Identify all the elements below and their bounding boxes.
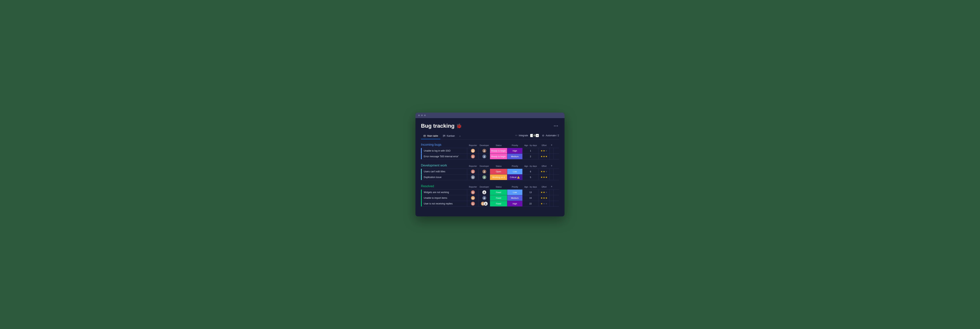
age-cell[interactable]: 5: [523, 174, 539, 180]
tab-kanban[interactable]: Kanban: [441, 133, 457, 139]
more-options-button[interactable]: [553, 124, 559, 128]
column-header[interactable]: Effort: [539, 186, 550, 189]
table-row[interactable]: Widgets are not workingFixedLow13★★★: [421, 189, 559, 195]
status-cell[interactable]: Fixed: [490, 195, 507, 201]
avatar[interactable]: [471, 190, 475, 195]
effort-stars[interactable]: ★★★: [541, 170, 547, 173]
item-name-cell[interactable]: Duplication issue: [421, 174, 467, 180]
table-row[interactable]: Duplication issueWorking on itCritical ⚠…: [421, 174, 559, 180]
avatar[interactable]: [482, 196, 487, 200]
priority-cell[interactable]: Medium: [507, 195, 523, 201]
developer-cell[interactable]: [479, 154, 490, 159]
avatar[interactable]: [482, 149, 487, 153]
table-row[interactable]: User is not receiving repliesFixedHigh22…: [421, 201, 559, 207]
column-header[interactable]: Priority: [507, 165, 523, 168]
avatar[interactable]: [484, 201, 488, 206]
column-header[interactable]: Status: [490, 144, 507, 147]
age-cell[interactable]: 22: [523, 201, 539, 206]
column-header[interactable]: Priority: [507, 144, 523, 147]
column-header[interactable]: Reporter: [467, 144, 479, 147]
age-cell[interactable]: 1: [523, 148, 539, 153]
group-title[interactable]: Development work: [421, 164, 467, 168]
avatar[interactable]: [482, 154, 487, 159]
priority-cell[interactable]: Low: [507, 169, 523, 174]
priority-cell[interactable]: High: [507, 148, 523, 153]
status-cell[interactable]: Ready to begin: [490, 154, 507, 159]
status-cell[interactable]: Ready to begin: [490, 148, 507, 153]
effort-stars[interactable]: ★★★: [541, 191, 547, 194]
add-column-button[interactable]: +: [550, 185, 554, 189]
tab-main-table[interactable]: Main table: [421, 133, 441, 139]
developer-cell[interactable]: [479, 201, 490, 206]
avatar[interactable]: [471, 196, 475, 200]
age-cell[interactable]: 13: [523, 190, 539, 195]
column-header[interactable]: Reporter: [467, 186, 479, 189]
table-row[interactable]: Error message '500 internal error'Ready …: [421, 153, 559, 160]
status-cell[interactable]: Working on it: [490, 174, 507, 180]
column-header[interactable]: Developer: [479, 186, 490, 189]
reporter-cell[interactable]: [467, 201, 479, 206]
add-column-button[interactable]: +: [550, 164, 554, 168]
effort-stars[interactable]: ★★★: [541, 149, 547, 152]
reporter-cell[interactable]: [467, 195, 479, 201]
age-cell[interactable]: 2: [523, 154, 539, 159]
developer-cell[interactable]: [479, 174, 490, 180]
effort-stars[interactable]: ★★★: [541, 176, 547, 179]
column-header[interactable]: Developer: [479, 165, 490, 168]
reporter-cell[interactable]: [467, 190, 479, 195]
age-cell[interactable]: 6: [523, 169, 539, 174]
item-name-cell[interactable]: Unable to log in with SSO: [421, 148, 467, 153]
avatar[interactable]: [471, 201, 475, 206]
traffic-light-maximize[interactable]: [424, 115, 426, 116]
avatar[interactable]: [471, 169, 475, 174]
table-row[interactable]: Unable to log in with SSOReady to beginH…: [421, 148, 559, 154]
add-column-button[interactable]: +: [550, 143, 554, 147]
table-row[interactable]: Users can't edit titlesOpenLow6★★★: [421, 169, 559, 174]
effort-cell[interactable]: ★★★: [539, 201, 550, 206]
integration-badges[interactable]: +2: [531, 134, 539, 137]
board-title[interactable]: Bug tracking 🐞: [421, 123, 462, 129]
column-header[interactable]: Priority: [507, 186, 523, 189]
effort-cell[interactable]: ★★★: [539, 190, 550, 195]
status-cell[interactable]: Open: [490, 169, 507, 174]
effort-stars[interactable]: ★★★: [541, 197, 547, 199]
traffic-light-minimize[interactable]: [421, 115, 423, 116]
item-name-cell[interactable]: Unable to import items: [421, 195, 467, 201]
reporter-cell[interactable]: [467, 169, 479, 174]
column-header[interactable]: Effort: [539, 144, 550, 147]
group-title[interactable]: Resolved: [421, 185, 467, 189]
effort-stars[interactable]: ★★★: [541, 155, 547, 158]
column-header[interactable]: Developer: [479, 144, 490, 147]
developer-cell[interactable]: [479, 195, 490, 201]
effort-cell[interactable]: ★★★: [539, 154, 550, 159]
add-view-button[interactable]: +: [457, 133, 463, 139]
item-name-cell[interactable]: Widgets are not working: [421, 190, 467, 195]
item-name-cell[interactable]: User is not receiving replies: [421, 201, 467, 206]
effort-stars[interactable]: ★★★: [541, 202, 547, 205]
item-name-cell[interactable]: Error message '500 internal error': [421, 154, 467, 159]
developer-cell[interactable]: [479, 148, 490, 153]
priority-cell[interactable]: Low: [507, 190, 523, 195]
avatar[interactable]: [482, 190, 487, 195]
group-title[interactable]: Incoming bugs: [421, 143, 467, 147]
priority-cell[interactable]: Medium: [507, 154, 523, 159]
developer-cell[interactable]: [479, 169, 490, 174]
effort-cell[interactable]: ★★★: [539, 195, 550, 201]
column-header[interactable]: Reporter: [467, 165, 479, 168]
automate-button[interactable]: Automate / 2: [542, 134, 559, 137]
column-header[interactable]: Status: [490, 186, 507, 189]
effort-cell[interactable]: ★★★: [539, 148, 550, 153]
avatar[interactable]: [471, 154, 475, 159]
column-header[interactable]: Effort: [539, 165, 550, 168]
effort-cell[interactable]: ★★★: [539, 174, 550, 180]
effort-cell[interactable]: ★★★: [539, 169, 550, 174]
priority-cell[interactable]: Critical ⚠️: [507, 174, 523, 180]
integrate-button[interactable]: Integrate: [515, 134, 528, 137]
avatar[interactable]: [482, 169, 487, 174]
reporter-cell[interactable]: [467, 174, 479, 180]
column-header[interactable]: Age - by days: [523, 186, 539, 189]
column-header[interactable]: Age - by days: [523, 144, 539, 147]
column-header[interactable]: Status: [490, 165, 507, 168]
column-header[interactable]: Age - by days: [523, 165, 539, 168]
developer-cell[interactable]: [479, 190, 490, 195]
